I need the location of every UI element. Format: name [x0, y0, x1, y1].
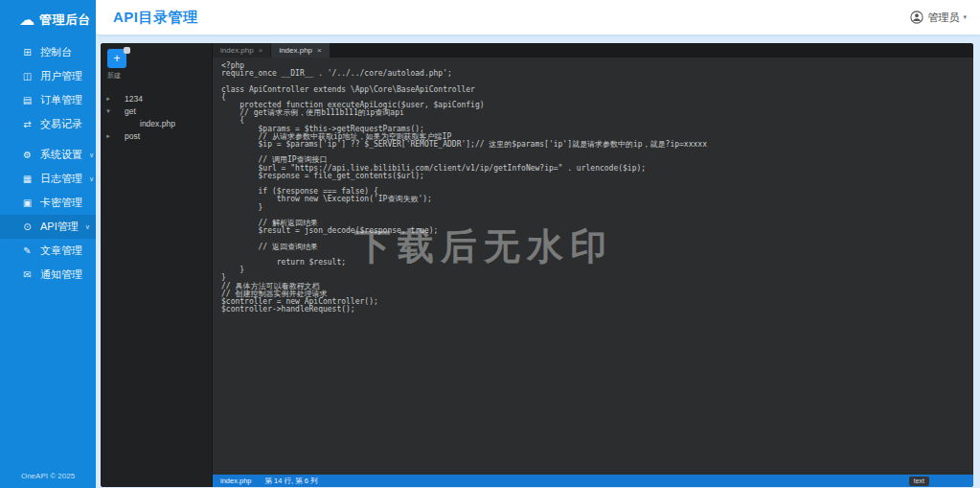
- chevron-down-icon: ∨: [89, 175, 94, 183]
- sidebar-footer: OneAPI © 2025: [0, 472, 96, 480]
- editor-main: index.php×index.php× <?php require_once …: [213, 43, 973, 487]
- sidebar-item-api[interactable]: ⊙API管理∨: [0, 215, 96, 239]
- transactions-icon: ⇄: [21, 119, 34, 129]
- topbar: API目录管理 管理员 ▾: [96, 0, 980, 35]
- sidebar-item-transactions[interactable]: ⇄交易记录: [0, 112, 96, 136]
- chevron-collapsed-icon[interactable]: ▸: [103, 132, 113, 140]
- language-mode-badge[interactable]: text: [909, 476, 929, 486]
- editor-tab-1[interactable]: index.php×: [271, 43, 329, 58]
- app-logo: ☁ 管理后台: [0, 0, 96, 40]
- sidebar-item-cards[interactable]: ▣卡密管理: [0, 191, 96, 215]
- tab-label: index.php: [279, 46, 312, 55]
- articles-icon: ✎: [21, 245, 34, 256]
- tab-label: index.php: [220, 46, 254, 55]
- tree-node-label: 1234: [125, 94, 143, 104]
- cursor-position: 第 14 行, 第 6 列: [265, 476, 318, 486]
- status-bar: index.php 第 14 行, 第 6 列 text: [213, 475, 973, 487]
- notifications-icon: ✉: [21, 269, 34, 280]
- sidebar-item-users[interactable]: ◫用户管理: [0, 64, 96, 88]
- users-icon: ◫: [21, 71, 34, 81]
- close-icon[interactable]: ×: [317, 46, 322, 55]
- sidebar-item-dashboard[interactable]: ⊞控制台: [0, 40, 96, 64]
- chevron-collapsed-icon[interactable]: ▸: [103, 95, 113, 103]
- sidebar-item-label: 控制台: [40, 45, 72, 59]
- sidebar-item-label: 卡密管理: [40, 196, 82, 210]
- sidebar-item-settings[interactable]: ⚙系统设置∨: [0, 143, 96, 167]
- file-tree-panel: + 新建 ▸1234▾getindex.php▸post: [101, 43, 213, 487]
- tree-node-index-php[interactable]: index.php: [101, 117, 212, 129]
- tree-node-label: index.php: [140, 119, 175, 128]
- tree-node-label: post: [125, 131, 140, 141]
- sidebar-item-label: 交易记录: [40, 117, 82, 131]
- user-name: 管理员: [927, 11, 959, 25]
- sidebar-item-label: 文章管理: [40, 244, 82, 258]
- tree-node-get[interactable]: ▾get: [101, 105, 212, 117]
- cards-icon: ▣: [21, 198, 34, 208]
- tree-node-label: get: [125, 106, 136, 116]
- editor-tab-0[interactable]: index.php×: [213, 43, 270, 58]
- sidebar-item-notifications[interactable]: ✉通知管理: [0, 263, 96, 287]
- code-editor: + 新建 ▸1234▾getindex.php▸post index.php×i…: [101, 43, 973, 487]
- user-menu[interactable]: 管理员 ▾: [910, 11, 967, 25]
- tree-node-post[interactable]: ▸post: [101, 129, 212, 142]
- page-title: API目录管理: [113, 9, 198, 27]
- chevron-down-icon: ∨: [89, 151, 94, 159]
- badge-icon: [124, 47, 130, 54]
- sidebar-item-orders[interactable]: ▤订单管理: [0, 88, 96, 112]
- sidebar-item-articles[interactable]: ✎文章管理: [0, 239, 96, 263]
- new-file-caption: 新建: [107, 71, 212, 81]
- sidebar-menu: ⊞控制台◫用户管理▤订单管理⇄交易记录⚙系统设置∨▦日志管理∨▣卡密管理⊙API…: [0, 40, 96, 287]
- file-tree: ▸1234▾getindex.php▸post: [101, 92, 212, 142]
- close-icon[interactable]: ×: [259, 46, 263, 55]
- sidebar-item-label: 通知管理: [40, 267, 82, 282]
- code-content[interactable]: <?php require_once __DIR__ . '/../../cor…: [213, 58, 973, 314]
- sidebar: ☁ 管理后台 ⊞控制台◫用户管理▤订单管理⇄交易记录⚙系统设置∨▦日志管理∨▣卡…: [0, 0, 96, 488]
- tab-bar: index.php×index.php×: [213, 43, 973, 58]
- dashboard-icon: ⊞: [21, 47, 34, 58]
- code-area[interactable]: <?php require_once __DIR__ . '/../../cor…: [213, 58, 973, 475]
- user-icon: [910, 11, 923, 24]
- workspace: + 新建 ▸1234▾getindex.php▸post index.php×i…: [96, 35, 980, 488]
- tree-toolbar: + 新建: [101, 43, 212, 84]
- sidebar-item-label: API管理: [40, 220, 79, 234]
- tree-node-1234[interactable]: ▸1234: [101, 92, 212, 105]
- chevron-expanded-icon[interactable]: ▾: [103, 107, 113, 115]
- caret-down-icon: ▾: [963, 13, 967, 21]
- sidebar-item-label: 用户管理: [40, 69, 82, 83]
- sidebar-item-label: 系统设置: [40, 148, 82, 162]
- cloud-icon: ☁: [19, 12, 34, 28]
- orders-icon: ▤: [21, 95, 34, 105]
- chevron-down-icon: ∨: [85, 223, 90, 231]
- app-title: 管理后台: [39, 12, 91, 29]
- sidebar-item-logs[interactable]: ▦日志管理∨: [0, 167, 96, 191]
- sidebar-item-label: 订单管理: [40, 93, 82, 107]
- logs-icon: ▦: [21, 174, 34, 184]
- sidebar-item-label: 日志管理: [40, 172, 82, 186]
- settings-icon: ⚙: [21, 150, 34, 160]
- api-icon: ⊙: [21, 221, 34, 232]
- main-area: API目录管理 管理员 ▾ + 新建 ▸1234▾getindex.php▸po…: [96, 0, 980, 488]
- status-filename: index.php: [220, 476, 252, 485]
